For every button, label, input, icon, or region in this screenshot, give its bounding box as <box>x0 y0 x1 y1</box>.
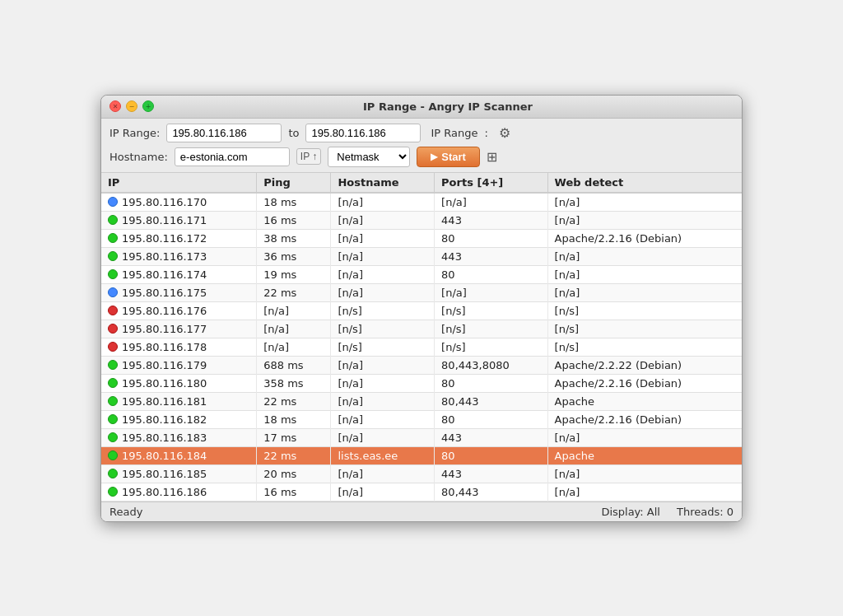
cell-ip: 195.80.116.179 <box>101 356 257 374</box>
cell-webdetect: [n/a] <box>547 428 742 446</box>
hostname-label: Hostname: <box>109 151 168 163</box>
table-row[interactable]: 195.80.116.17116 ms[n/a]443[n/a] <box>101 211 742 229</box>
ip-address: 195.80.116.184 <box>122 450 207 462</box>
cell-ports: 80 <box>435 265 547 283</box>
table-row[interactable]: 195.80.116.17238 ms[n/a]80Apache/2.2.16 … <box>101 229 742 247</box>
results-table-container: IP Ping Hostname Ports [4+] Web detect 1… <box>101 173 742 502</box>
threads-text: Threads: 0 <box>677 506 734 518</box>
cell-ip: 195.80.116.177 <box>101 320 257 338</box>
cell-ping: 18 ms <box>257 410 331 428</box>
cell-hostname: [n/a] <box>331 428 435 446</box>
ip-address: 195.80.116.176 <box>122 305 207 317</box>
status-dot <box>108 450 118 460</box>
netmask-select[interactable]: Netmask <box>328 147 410 167</box>
minimize-button[interactable]: − <box>126 100 137 112</box>
ip-address: 195.80.116.181 <box>122 395 207 408</box>
settings-button[interactable]: ⚙ <box>495 124 515 143</box>
cell-webdetect: Apache/2.2.16 (Debian) <box>547 410 742 428</box>
cell-webdetect: [n/a] <box>547 211 742 229</box>
table-row[interactable]: 195.80.116.179688 ms[n/a]80,443,8080Apac… <box>101 356 742 374</box>
cell-ping: 22 ms <box>257 392 331 410</box>
cell-ping: 18 ms <box>257 193 331 212</box>
window-title: IP Range - Angry IP Scanner <box>162 100 734 113</box>
status-dot <box>108 269 118 279</box>
cell-hostname: [n/a] <box>331 410 435 428</box>
statusbar: Ready Display: All Threads: 0 <box>101 502 742 521</box>
table-row[interactable]: 195.80.116.18616 ms[n/a]80,443[n/a] <box>101 483 742 501</box>
col-ports[interactable]: Ports [4+] <box>435 173 547 193</box>
table-row[interactable]: 195.80.116.18122 ms[n/a]80,443Apache <box>101 392 742 410</box>
window-controls: ✕ − + <box>109 100 154 112</box>
cell-hostname: [n/a] <box>331 464 435 483</box>
start-label: Start <box>441 151 466 163</box>
cell-ip: 195.80.116.172 <box>101 229 257 247</box>
ip-address: 195.80.116.177 <box>122 323 207 335</box>
cell-ping: 38 ms <box>257 229 331 247</box>
cell-ip: 195.80.116.173 <box>101 247 257 265</box>
col-webdetect[interactable]: Web detect <box>547 173 742 193</box>
start-button[interactable]: Start <box>417 147 480 167</box>
table-row[interactable]: 195.80.116.178[n/a][n/s][n/s][n/s] <box>101 338 742 356</box>
ip-from-input[interactable] <box>166 124 282 142</box>
ip-address: 195.80.116.180 <box>122 377 207 390</box>
col-ping[interactable]: Ping <box>257 173 331 193</box>
cell-ip: 195.80.116.185 <box>101 464 257 483</box>
ip-address: 195.80.116.174 <box>122 268 207 281</box>
maximize-button[interactable]: + <box>142 100 154 112</box>
cell-webdetect: [n/a] <box>547 483 742 501</box>
cell-hostname: [n/a] <box>331 283 435 301</box>
table-row[interactable]: 195.80.116.17018 ms[n/a][n/a][n/a] <box>101 193 742 212</box>
cell-ports: 80 <box>435 229 547 247</box>
cell-webdetect: [n/a] <box>547 265 742 283</box>
cell-ping: 358 ms <box>257 374 331 392</box>
table-row[interactable]: 195.80.116.18422 mslists.eas.ee80Apache <box>101 446 742 464</box>
cell-ping: 20 ms <box>257 464 331 483</box>
cell-hostname: lists.eas.ee <box>331 446 435 464</box>
table-row[interactable]: 195.80.116.18218 ms[n/a]80Apache/2.2.16 … <box>101 410 742 428</box>
status-dot <box>108 432 118 442</box>
status-text: Ready <box>109 506 585 518</box>
status-dot <box>108 414 118 424</box>
table-row[interactable]: 195.80.116.176[n/a][n/s][n/s][n/s] <box>101 301 742 320</box>
cell-ports: 443 <box>435 247 547 265</box>
status-dot <box>108 287 118 297</box>
table-row[interactable]: 195.80.116.180358 ms[n/a]80Apache/2.2.16… <box>101 374 742 392</box>
table-row[interactable]: 195.80.116.18317 ms[n/a]443[n/a] <box>101 428 742 446</box>
cell-webdetect: [n/s] <box>547 320 742 338</box>
cell-ports: 80,443,8080 <box>435 356 547 374</box>
ip-address: 195.80.116.170 <box>122 196 207 208</box>
table-row[interactable]: 195.80.116.177[n/a][n/s][n/s][n/s] <box>101 320 742 338</box>
cell-ip: 195.80.116.182 <box>101 410 257 428</box>
cell-hostname: [n/a] <box>331 483 435 501</box>
table-row[interactable]: 195.80.116.17336 ms[n/a]443[n/a] <box>101 247 742 265</box>
table-row[interactable]: 195.80.116.17419 ms[n/a]80[n/a] <box>101 265 742 283</box>
table-row[interactable]: 195.80.116.17522 ms[n/a][n/a][n/a] <box>101 283 742 301</box>
cell-ports: [n/s] <box>435 301 547 320</box>
cell-webdetect: Apache/2.2.22 (Debian) <box>547 356 742 374</box>
table-row[interactable]: 195.80.116.18520 ms[n/a]443[n/a] <box>101 464 742 483</box>
status-dot <box>108 378 118 388</box>
hostname-input[interactable] <box>175 147 290 166</box>
cell-ip: 195.80.116.176 <box>101 301 257 320</box>
cell-ip: 195.80.116.178 <box>101 338 257 356</box>
col-hostname[interactable]: Hostname <box>331 173 435 193</box>
status-dot <box>108 251 118 261</box>
cell-webdetect: [n/s] <box>547 301 742 320</box>
cell-ping: 19 ms <box>257 265 331 283</box>
close-button[interactable]: ✕ <box>109 100 121 112</box>
cell-webdetect: [n/a] <box>547 283 742 301</box>
cell-ping: [n/a] <box>257 320 331 338</box>
cell-webdetect: Apache <box>547 392 742 410</box>
ip-to-input[interactable] <box>305 124 421 142</box>
cell-hostname: [n/s] <box>331 338 435 356</box>
cell-ping: [n/a] <box>257 301 331 320</box>
cell-ping: [n/a] <box>257 338 331 356</box>
col-ip[interactable]: IP <box>101 173 257 193</box>
status-dot <box>108 396 118 406</box>
status-dot <box>108 215 118 225</box>
ip-address: 195.80.116.179 <box>122 359 207 371</box>
columns-button[interactable]: ⊞ <box>487 149 497 165</box>
ip-up-button[interactable]: IP ↑ <box>296 148 321 165</box>
cell-ping: 688 ms <box>257 356 331 374</box>
status-dot <box>108 233 118 243</box>
